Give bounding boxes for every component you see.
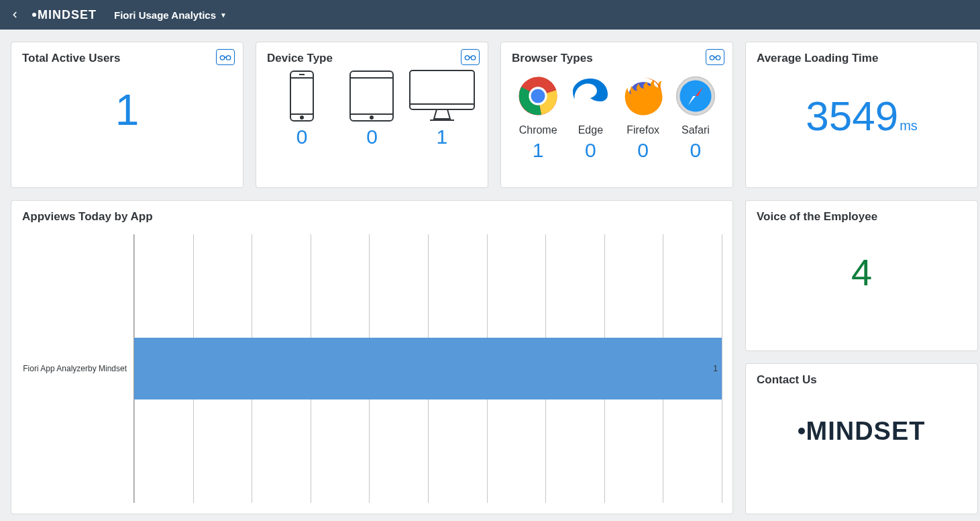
card-title: Total Active Users	[22, 52, 232, 65]
browser-label: Edge	[564, 124, 616, 136]
browser-value: 1	[512, 139, 564, 162]
brand-logo: MINDSET	[32, 8, 97, 22]
card-title: Appviews Today by App	[22, 210, 722, 224]
card-total-active-users[interactable]: Total Active Users 1	[11, 42, 243, 188]
back-button[interactable]	[7, 7, 23, 23]
firefox-icon	[622, 75, 664, 117]
browser-chrome: Chrome 1	[512, 69, 564, 162]
insight-button[interactable]	[461, 49, 480, 65]
chart-category-label: Fiori App Analyzerby Mindset	[23, 364, 127, 373]
desktop-icon	[407, 69, 477, 123]
chevron-left-icon	[10, 10, 19, 19]
chart-area: Fiori App Analyzerby Mindset 1	[22, 234, 722, 503]
page-title-selector[interactable]: Fiori Usage Analytics ▼	[114, 9, 227, 21]
phone-icon	[288, 70, 316, 122]
svg-point-16	[710, 56, 714, 60]
device-value: 1	[407, 126, 477, 148]
device-tablet: 0	[337, 69, 406, 148]
card-device-type[interactable]: Device Type 0 0 1	[256, 42, 488, 188]
browser-value: 0	[669, 139, 722, 162]
card-title: Browser Types	[512, 52, 722, 65]
safari-icon	[675, 75, 716, 117]
chevron-down-icon: ▼	[220, 11, 227, 19]
browser-value: 0	[564, 139, 616, 162]
brand-logo-text: MINDSET	[38, 8, 97, 22]
chart-plot: 1	[133, 234, 722, 503]
browser-label: Safari	[669, 124, 722, 136]
card-appviews-chart[interactable]: Appviews Today by App Fiori App Analyzer…	[11, 200, 733, 514]
svg-point-2	[465, 56, 469, 60]
avg-load-unit: ms	[900, 118, 918, 133]
shell-header: MINDSET Fiori Usage Analytics ▼	[0, 0, 980, 30]
card-browser-types[interactable]: Browser Types Chrome 1	[500, 42, 733, 188]
svg-rect-9	[350, 71, 393, 121]
card-title: Device Type	[267, 52, 477, 65]
chart-bar: 1	[134, 338, 722, 399]
glasses-icon	[464, 53, 476, 61]
card-voice-of-employee[interactable]: Voice of the Employee 4	[745, 200, 978, 351]
glasses-icon	[219, 53, 231, 61]
chart-gridline	[722, 234, 722, 503]
device-value: 0	[337, 126, 406, 148]
page-title: Fiori Usage Analytics	[114, 9, 216, 21]
card-title: Average Loading Time	[757, 52, 967, 65]
chrome-icon	[517, 75, 559, 117]
chart-y-labels: Fiori App Analyzerby Mindset	[22, 234, 133, 503]
mindset-logo: MINDSET	[757, 391, 967, 471]
browser-label: Firefox	[617, 124, 669, 136]
card-avg-load-time[interactable]: Average Loading Time 3549ms	[745, 42, 978, 188]
svg-point-3	[471, 56, 475, 60]
svg-point-1	[226, 56, 230, 60]
mindset-logo-text: MINDSET	[806, 417, 926, 446]
browser-value: 0	[617, 139, 669, 162]
svg-point-12	[370, 116, 373, 119]
card-title: Voice of the Employee	[757, 210, 967, 224]
glasses-icon	[709, 53, 721, 61]
card-title: Contact Us	[757, 373, 967, 387]
browser-safari: Safari 0	[669, 69, 722, 162]
browser-edge: Edge 0	[564, 69, 616, 162]
insight-button[interactable]	[706, 49, 724, 65]
edge-icon	[569, 75, 611, 117]
svg-point-0	[220, 56, 224, 60]
svg-point-17	[716, 56, 720, 60]
device-phone: 0	[267, 69, 337, 148]
device-desktop: 1	[407, 69, 477, 148]
browser-label: Chrome	[512, 124, 564, 136]
tablet-icon	[347, 70, 396, 122]
right-column: Voice of the Employee 4 Contact Us MINDS…	[745, 200, 978, 514]
browser-firefox: Firefox 0	[617, 69, 669, 162]
insight-button[interactable]	[216, 49, 235, 65]
svg-point-20	[531, 89, 545, 103]
device-value: 0	[267, 126, 337, 148]
voe-value: 4	[757, 250, 967, 294]
dashboard-grid: Total Active Users 1 Device Type 0 0	[0, 30, 980, 521]
avg-load-value: 3549	[806, 93, 898, 139]
active-users-value: 1	[22, 85, 232, 135]
svg-rect-4	[290, 71, 313, 121]
chart-bar-value: 1	[713, 364, 718, 373]
card-contact-us[interactable]: Contact Us MINDSET	[745, 363, 978, 514]
svg-point-7	[301, 116, 303, 119]
